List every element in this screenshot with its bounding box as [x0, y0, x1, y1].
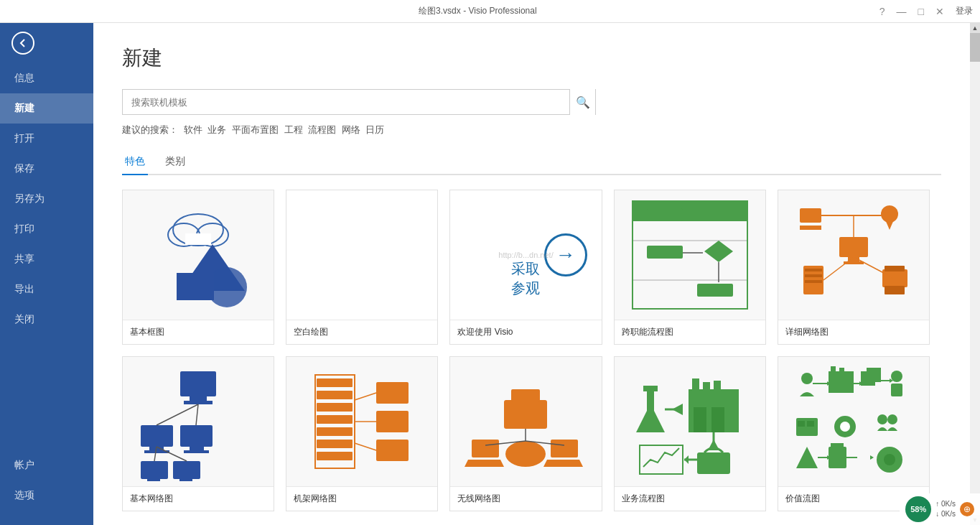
scroll-up-button[interactable]: ▲	[970, 23, 980, 33]
template-wireless-network[interactable]: 无线网络图	[449, 356, 602, 511]
template-thumb-detailed-network	[778, 190, 929, 320]
svg-point-109	[840, 422, 850, 432]
suggestions-label: 建议的搜索：	[122, 124, 178, 135]
svg-rect-113	[829, 447, 846, 468]
svg-rect-88	[640, 445, 683, 474]
help-button[interactable]: ?	[877, 6, 888, 17]
svg-marker-20	[885, 220, 894, 230]
scroll-thumb[interactable]	[970, 33, 980, 62]
svg-rect-22	[839, 237, 868, 257]
svg-point-68	[505, 441, 546, 467]
back-circle-icon	[11, 32, 34, 55]
suggestion-network[interactable]: 网络	[342, 124, 360, 135]
scrollbar[interactable]: ▲ ▼	[970, 23, 980, 525]
sidebar-item-info[interactable]: 信息	[0, 63, 93, 93]
title-bar-right: ? — □ ✕ 登录	[877, 5, 973, 17]
maximize-button[interactable]: □	[915, 6, 927, 17]
template-cross-functional[interactable]: 跨职能流程图	[614, 190, 766, 345]
close-button[interactable]: ✕	[933, 6, 947, 17]
template-thumb-network-basic	[123, 357, 274, 486]
svg-rect-93	[831, 366, 836, 375]
sidebar-item-close[interactable]: 关闭	[0, 305, 93, 335]
sidebar-item-share[interactable]: 共享	[0, 244, 93, 274]
template-network-basic[interactable]: 基本网络图	[122, 356, 274, 511]
sidebar-item-export[interactable]: 导出	[0, 274, 93, 305]
template-business-process[interactable]: 业务流程图	[614, 356, 766, 511]
template-welcome[interactable]: → 采取 参观 http://b...dn.net/ 欢迎使用 Visio	[449, 190, 602, 345]
tab-category[interactable]: 类别	[162, 151, 188, 175]
svg-marker-120	[870, 455, 874, 460]
sidebar-item-save[interactable]: 保存	[0, 154, 93, 184]
suggestion-engineering[interactable]: 工程	[284, 124, 303, 135]
tab-featured[interactable]: 特色	[122, 151, 148, 175]
template-thumb-welcome: → 采取 参观 http://b...dn.net/	[450, 190, 601, 320]
suggestion-calendar[interactable]: 日历	[365, 124, 384, 135]
sidebar-item-print[interactable]: 打印	[0, 214, 93, 244]
svg-rect-114	[831, 443, 844, 449]
sidebar-item-options[interactable]: 选项	[0, 480, 93, 511]
svg-rect-46	[173, 461, 200, 479]
svg-rect-106	[798, 421, 805, 427]
template-grid-row1: 基本框图 空白绘图 → 采取 参观 http://b...dn.net/ 欢	[122, 190, 930, 345]
svg-rect-107	[807, 421, 814, 427]
svg-rect-58	[317, 440, 353, 448]
svg-rect-59	[317, 452, 353, 460]
template-blank[interactable]: 空白绘图	[286, 190, 438, 345]
template-basic-shapes[interactable]: 基本框图	[122, 190, 274, 345]
svg-rect-18	[800, 226, 821, 230]
svg-line-32	[823, 257, 854, 280]
template-value-stream[interactable]: 价值流图	[778, 356, 930, 511]
svg-rect-57	[317, 427, 353, 436]
svg-rect-105	[796, 418, 818, 436]
svg-rect-67	[511, 389, 540, 402]
svg-marker-112	[796, 447, 818, 468]
template-detailed-network[interactable]: 详细网络图	[778, 190, 930, 345]
template-rack-network[interactable]: 机架网络图	[286, 356, 438, 511]
template-thumb-rack-network	[286, 357, 437, 486]
sidebar-divider	[0, 335, 93, 450]
sidebar-item-saveas[interactable]: 另存为	[0, 184, 93, 214]
svg-rect-76	[643, 386, 658, 391]
login-button[interactable]: 登录	[956, 5, 973, 17]
minimize-button[interactable]: —	[894, 6, 910, 17]
svg-rect-27	[805, 274, 822, 277]
svg-rect-66	[504, 400, 547, 429]
svg-rect-35	[180, 371, 216, 396]
tray-cpu-percent: 58%	[905, 496, 931, 522]
suggestion-flowchart[interactable]: 流程图	[308, 124, 336, 135]
svg-rect-28	[805, 280, 822, 283]
svg-rect-65	[376, 440, 409, 461]
svg-rect-45	[147, 478, 160, 481]
svg-rect-43	[184, 450, 209, 453]
search-input[interactable]	[123, 97, 569, 108]
template-label-welcome: 欢迎使用 Visio	[450, 320, 601, 344]
svg-rect-81	[703, 382, 710, 393]
suggestion-floorplan[interactable]: 平面布置图	[232, 124, 279, 135]
template-label-blank: 空白绘图	[286, 320, 437, 344]
suggestion-software[interactable]: 软件	[184, 124, 202, 135]
svg-rect-53	[317, 378, 353, 387]
svg-rect-80	[692, 378, 699, 393]
svg-rect-63	[376, 382, 409, 404]
template-thumb-basic-shapes	[123, 190, 274, 320]
app-body: 信息 新建 打开 保存 另存为 打印 共享 导出 关闭 帐户 选项 新建 🔍 建…	[0, 23, 980, 525]
sidebar-item-account[interactable]: 帐户	[0, 450, 93, 480]
window-controls: ? — □ ✕	[877, 6, 947, 17]
back-button[interactable]	[0, 23, 93, 63]
svg-rect-41	[180, 425, 213, 447]
svg-rect-56	[317, 415, 353, 424]
search-button[interactable]: 🔍	[569, 89, 595, 115]
sidebar-item-new[interactable]: 新建	[0, 93, 93, 124]
svg-rect-37	[184, 401, 213, 404]
tray-network-icon: ⊕	[960, 502, 974, 516]
sidebar-item-open[interactable]: 打开	[0, 124, 93, 154]
svg-rect-96	[867, 368, 881, 382]
svg-rect-87	[697, 452, 730, 474]
svg-line-51	[157, 447, 187, 461]
svg-point-111	[887, 414, 897, 424]
title-bar: 绘图3.vsdx - Visio Professional ? — □ ✕ 登录	[0, 0, 980, 23]
suggestion-business[interactable]: 业务	[207, 124, 226, 135]
template-tabs: 特色 类别	[122, 151, 941, 175]
tray-download-speed: ↓ 0K/s	[935, 509, 956, 519]
svg-rect-82	[714, 381, 721, 393]
